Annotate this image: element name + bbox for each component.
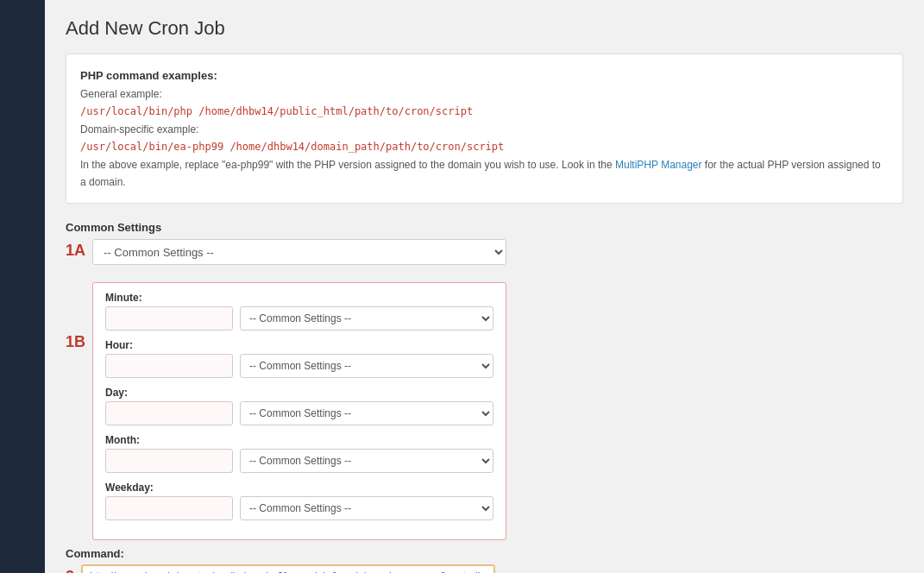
field-inputs-month: -- Common Settings -- [105,449,493,473]
field-label-day: Day: [105,387,493,399]
field-text-day[interactable] [105,401,233,425]
command-section: Command: 2 [66,547,903,573]
field-text-minute[interactable] [105,306,233,331]
annotation-2-label: 2 [66,568,74,573]
field-text-month[interactable] [105,449,233,473]
common-settings-label: Common Settings [66,221,903,234]
field-label-weekday: Weekday: [105,482,493,494]
domain-code: /usr/local/bin/ea-php99 /home/dhbw14/dom… [80,138,889,155]
info-note: In the above example, replace "ea-php99"… [80,156,889,192]
annotation-1a-wrapper: 1A -- Common Settings -- [66,239,903,265]
field-select-weekday[interactable]: -- Common Settings -- [240,496,493,520]
field-text-hour[interactable] [105,354,233,378]
field-select-day[interactable]: -- Common Settings -- [240,401,493,425]
page-title: Add New Cron Job [66,17,903,40]
field-row-day: Day:-- Common Settings -- [105,387,493,425]
fields-box: Minute:-- Common Settings --Hour:-- Comm… [92,282,506,540]
multiphp-link[interactable]: MultiPHP Manager [615,159,702,171]
annotation-1b-wrapper: 1B Minute:-- Common Settings --Hour:-- C… [66,282,903,540]
domain-label: Domain-specific example: [80,121,889,138]
field-label-month: Month: [105,434,493,446]
field-inputs-minute: -- Common Settings -- [105,306,493,331]
field-select-month[interactable]: -- Common Settings -- [240,449,493,473]
info-heading: PHP command examples: [80,66,889,85]
command-annotation-wrapper: 2 [66,564,903,573]
field-label-minute: Minute: [105,292,493,304]
field-text-weekday[interactable] [105,496,233,520]
field-label-hour: Hour: [105,339,493,351]
field-inputs-day: -- Common Settings -- [105,401,493,425]
field-inputs-hour: -- Common Settings -- [105,354,493,378]
general-code: /usr/local/bin/php /home/dhbw14/public_h… [80,103,889,120]
field-row-weekday: Weekday:-- Common Settings -- [105,482,493,520]
general-label: General example: [80,85,889,103]
field-row-month: Month:-- Common Settings -- [105,434,493,473]
field-select-minute[interactable]: -- Common Settings -- [240,306,493,331]
field-row-hour: Hour:-- Common Settings -- [105,339,493,378]
common-settings-select[interactable]: -- Common Settings -- [92,239,506,265]
sidebar [0,0,45,573]
field-select-hour[interactable]: -- Common Settings -- [240,354,493,378]
annotation-1b-label: 1B [66,334,85,349]
info-box: PHP command examples: General example: /… [66,54,903,204]
command-input[interactable] [81,564,495,573]
field-row-minute: Minute:-- Common Settings -- [105,292,493,331]
command-label: Command: [66,547,903,560]
main-content: Add New Cron Job PHP command examples: G… [45,0,924,573]
field-inputs-weekday: -- Common Settings -- [105,496,493,520]
note-prefix: In the above example, replace "ea-php99"… [80,159,615,171]
annotation-1a-label: 1A [66,242,85,258]
